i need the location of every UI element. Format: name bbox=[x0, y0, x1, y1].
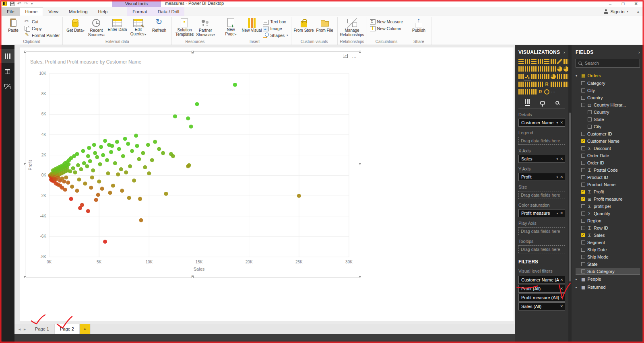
field-pill-customer-name-all[interactable]: Customer Name (All)✕ bbox=[518, 276, 565, 284]
power-apps-icon[interactable] bbox=[525, 89, 530, 94]
line-chart-icon[interactable] bbox=[557, 59, 562, 64]
field-checkbox[interactable] bbox=[581, 88, 585, 92]
expand-table-icon[interactable]: ▸ bbox=[576, 277, 579, 281]
field-checkbox-checked[interactable] bbox=[581, 139, 585, 143]
stacked-column-chart-icon[interactable] bbox=[525, 59, 530, 64]
field-checkbox[interactable] bbox=[581, 255, 585, 259]
field-item-discount[interactable]: ΣDiscount bbox=[576, 145, 640, 152]
new-measure-button[interactable]: New Measure bbox=[370, 19, 403, 25]
tab-modeling[interactable]: Modeling bbox=[64, 7, 93, 16]
remove-field-icon[interactable]: ✕ bbox=[560, 121, 563, 125]
kpi-icon[interactable] bbox=[518, 82, 524, 87]
field-item-sub-category[interactable]: Sub-Category bbox=[576, 268, 640, 275]
field-item-ship-mode[interactable]: Ship Mode bbox=[576, 253, 640, 261]
tab-format[interactable]: Format bbox=[127, 7, 152, 16]
refresh-button[interactable]: Refresh bbox=[149, 17, 169, 33]
field-item-postal-code[interactable]: ΣPostal Code bbox=[576, 166, 640, 174]
field-checkbox-checked[interactable] bbox=[581, 190, 585, 194]
selection-handle[interactable] bbox=[24, 276, 26, 278]
treemap-icon[interactable] bbox=[518, 74, 524, 79]
chevron-down-icon[interactable]: ▾ bbox=[556, 212, 558, 215]
field-item-ship-date[interactable]: Ship Date bbox=[576, 246, 640, 253]
new-column-button[interactable]: New Column bbox=[370, 26, 403, 31]
new-page-button[interactable]: New Page▾ bbox=[220, 17, 241, 36]
selection-handle[interactable] bbox=[359, 163, 361, 165]
remove-field-icon[interactable]: ✕ bbox=[560, 278, 563, 282]
search-input[interactable] bbox=[584, 60, 637, 66]
tab-help[interactable]: Help bbox=[93, 7, 113, 16]
field-item-country[interactable]: Country bbox=[576, 109, 640, 116]
field-checkbox[interactable] bbox=[581, 103, 585, 107]
save-icon[interactable] bbox=[10, 2, 14, 6]
field-item-customer-name[interactable]: Customer Name bbox=[576, 138, 640, 145]
collapse-panel-icon[interactable]: › bbox=[564, 50, 565, 55]
tab-view[interactable]: View bbox=[43, 7, 64, 16]
selection-handle[interactable] bbox=[24, 163, 26, 165]
field-checkbox[interactable] bbox=[588, 110, 592, 114]
100-stacked-column-chart-icon[interactable] bbox=[551, 59, 556, 64]
field-checkbox[interactable] bbox=[581, 96, 585, 100]
tab-home[interactable]: Home bbox=[20, 7, 43, 16]
well-placeholder-size[interactable]: Drag data fields here bbox=[518, 191, 565, 199]
field-item-state[interactable]: State bbox=[576, 116, 640, 123]
well-placeholder-legend[interactable]: Drag data fields here bbox=[518, 137, 565, 145]
data-view-button[interactable] bbox=[0, 64, 14, 78]
well-placeholder-play-axis[interactable]: Drag data fields here bbox=[518, 227, 565, 235]
field-item-region[interactable]: Region bbox=[576, 217, 640, 224]
report-page[interactable]: ≡ ≡ ↗ … Sales, Profit and Profit measure… bbox=[20, 47, 514, 321]
multi-row-card-icon[interactable] bbox=[564, 74, 568, 79]
field-checkbox[interactable] bbox=[581, 183, 585, 187]
field-checkbox[interactable] bbox=[581, 240, 585, 244]
card-icon[interactable] bbox=[557, 74, 562, 79]
new-visual-button[interactable]: New Visual bbox=[241, 17, 262, 33]
remove-field-icon[interactable]: ✕ bbox=[560, 157, 563, 161]
field-checkbox[interactable] bbox=[581, 262, 585, 266]
close-button[interactable]: ✕ bbox=[630, 0, 642, 7]
stacked-bar-chart-icon[interactable] bbox=[518, 59, 524, 64]
field-item-product-id[interactable]: Product ID bbox=[576, 174, 640, 181]
field-item-category[interactable]: Category bbox=[576, 80, 640, 87]
field-item-country[interactable]: Country bbox=[576, 94, 640, 101]
selection-handle[interactable] bbox=[192, 51, 194, 53]
scatter-chart[interactable]: 0K5K10K15K20K25K30K10K8K6K4K2K0K-2K-4K-6… bbox=[27, 67, 358, 276]
field-item-segment[interactable]: Segment bbox=[576, 239, 640, 246]
manage-relationships-button[interactable]: Manage Relationships bbox=[340, 17, 365, 37]
key-influencers-icon[interactable] bbox=[557, 82, 562, 87]
field-checkbox[interactable] bbox=[581, 219, 585, 223]
expand-table-icon[interactable]: ▸ bbox=[576, 285, 579, 289]
field-checkbox[interactable] bbox=[588, 125, 592, 129]
line-and-stacked-column-chart-icon[interactable] bbox=[525, 66, 530, 72]
r-script-visual-icon[interactable]: R bbox=[544, 82, 549, 87]
report-canvas[interactable]: ≡ ≡ ↗ … Sales, Profit and Profit measure… bbox=[14, 45, 515, 324]
enter-data-button[interactable]: Enter Data bbox=[107, 17, 128, 32]
remove-field-icon[interactable]: ✕ bbox=[560, 287, 563, 291]
more-options-icon[interactable]: … bbox=[352, 53, 357, 59]
field-checkbox[interactable] bbox=[581, 269, 585, 273]
get-data-button[interactable]: Get Data▾ bbox=[65, 17, 86, 33]
selection-handle[interactable] bbox=[359, 51, 361, 53]
redo-icon[interactable]: ↷ bbox=[24, 1, 28, 6]
selection-handle[interactable] bbox=[24, 51, 26, 53]
field-checkbox[interactable] bbox=[581, 154, 585, 158]
remove-field-icon[interactable]: ✕ bbox=[560, 304, 563, 308]
partner-showcase-button[interactable]: Partner Showcase bbox=[195, 17, 216, 37]
field-item-city[interactable]: City bbox=[576, 87, 640, 94]
r-custom-visual-icon[interactable]: R bbox=[538, 89, 543, 94]
format-pane-tab[interactable] bbox=[540, 99, 545, 106]
field-checkbox-checked[interactable] bbox=[581, 197, 585, 201]
field-item-profit[interactable]: ΣProfit bbox=[576, 188, 640, 195]
add-page-button[interactable]: + bbox=[80, 324, 91, 334]
tab-data-drill[interactable]: Data / Drill bbox=[153, 7, 185, 16]
field-item-row-id[interactable]: ΣRow ID bbox=[576, 224, 640, 232]
ribbon-chart-icon[interactable] bbox=[538, 66, 543, 72]
image-button[interactable]: Image bbox=[263, 26, 288, 31]
field-pill-customer-name[interactable]: Customer Name▾✕ bbox=[518, 119, 565, 127]
remove-field-icon[interactable]: ✕ bbox=[560, 296, 563, 300]
map-icon[interactable] bbox=[531, 74, 537, 79]
field-checkbox[interactable] bbox=[581, 175, 585, 179]
paste-button[interactable]: Paste bbox=[3, 17, 24, 33]
field-item-product-name[interactable]: Product Name bbox=[576, 181, 640, 188]
copy-button[interactable]: Copy bbox=[25, 26, 60, 31]
chevron-down-icon[interactable]: ▾ bbox=[556, 157, 558, 161]
next-page-icon[interactable]: ▸ bbox=[24, 327, 26, 331]
